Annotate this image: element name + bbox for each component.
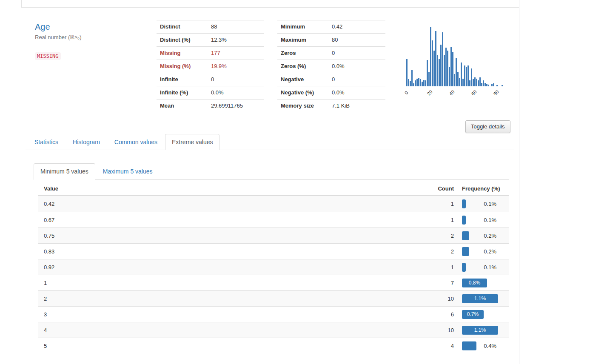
stat-label: Distinct: [160, 23, 211, 31]
stat-label: Distinct (%): [160, 36, 211, 44]
histogram-bar: [430, 27, 431, 86]
tab-common-values[interactable]: Common values: [108, 134, 164, 150]
histogram-bar: [488, 85, 489, 86]
frequency-bar: [462, 199, 466, 208]
cell-value: 0.75: [44, 233, 428, 239]
cell-frequency: 0.2%: [462, 247, 504, 256]
table-row: 170.8%: [38, 275, 509, 290]
histogram-bar: [467, 65, 469, 86]
cell-value: 0.83: [44, 248, 428, 255]
cell-count: 4: [428, 343, 454, 349]
stat-label: Memory size: [281, 102, 332, 110]
cell-value: 0.67: [44, 217, 428, 223]
stat-label: Minimum: [281, 23, 332, 31]
histogram-bar: [457, 72, 459, 86]
stats-row: Infinite (%)0.0%: [157, 86, 264, 99]
histogram-bar: [435, 31, 436, 86]
histogram-bar: [413, 83, 414, 86]
histogram-bar: [483, 80, 484, 86]
frequency-label: 0.1%: [466, 264, 504, 270]
cell-count: 2: [428, 233, 454, 239]
histogram-bar: [410, 81, 411, 86]
stats-row: Memory size7.1 KiB: [277, 99, 385, 112]
table-row: 540.4%: [38, 338, 509, 353]
section-divider-tick: [21, 0, 22, 7]
tab-statistics[interactable]: Statistics: [28, 134, 65, 150]
x-tick-label: 60: [470, 89, 478, 96]
stat-value: 177: [211, 49, 261, 57]
header-count: Count: [428, 185, 454, 192]
histogram-bar: [415, 80, 416, 86]
frequency-label: 0.1%: [466, 201, 504, 207]
cell-frequency: 0.8%: [462, 279, 504, 287]
histogram-bar: [502, 85, 503, 86]
histogram-bar: [466, 67, 467, 86]
variable-name[interactable]: Age: [35, 22, 150, 31]
tab-histogram[interactable]: Histogram: [66, 134, 107, 150]
stat-label: Missing (%): [160, 63, 211, 70]
extreme-values-table-header: Value Count Frequency (%): [38, 182, 509, 196]
histogram-bar: [442, 32, 443, 86]
cell-value: 2: [44, 296, 428, 302]
frequency-bar: 0.7%: [462, 310, 484, 319]
table-row: 0.8320.2%: [38, 243, 509, 259]
cell-value: 0.92: [44, 264, 428, 270]
stats-row: Infinite0: [157, 73, 264, 86]
cell-frequency: 0.2%: [462, 231, 504, 240]
histogram-bar: [496, 85, 498, 86]
table-row: 0.9210.1%: [38, 259, 509, 275]
cell-count: 2: [428, 248, 454, 255]
histogram-bar: [432, 40, 433, 86]
cell-frequency: 1.1%: [462, 294, 504, 303]
frequency-bar: [462, 231, 469, 240]
cell-value: 1: [44, 280, 428, 286]
toggle-details-button[interactable]: Toggle details: [465, 120, 510, 133]
frequency-bar: 1.1%: [462, 326, 498, 335]
stats-row: Mean29.69911765: [157, 99, 264, 112]
histogram-bar: [471, 68, 472, 86]
stat-label: Negative: [281, 76, 332, 83]
mini-histogram-x-axis: 020406080: [406, 88, 506, 101]
histogram-bar: [469, 80, 470, 86]
cell-count: 7: [428, 280, 454, 286]
stat-value: 0.0%: [332, 63, 382, 70]
histogram-bar: [423, 80, 425, 86]
histogram-bar: [478, 80, 479, 86]
cell-count: 6: [428, 311, 454, 318]
tab-extreme-values[interactable]: Extreme values: [165, 134, 219, 150]
table-row: 4101.1%: [38, 322, 509, 338]
histogram-bar: [420, 79, 421, 86]
histogram-bar: [474, 77, 476, 86]
histogram-bar: [486, 84, 487, 86]
frequency-bar: [462, 247, 469, 256]
histogram-bar: [411, 70, 413, 86]
cell-value: 4: [44, 327, 428, 333]
cell-value: 0.42: [44, 201, 428, 207]
table-row: 2101.1%: [38, 290, 509, 306]
histogram-bar: [464, 65, 465, 86]
page-right-border: [519, 0, 519, 364]
subtab-minimum-5-values[interactable]: Minimum 5 values: [34, 163, 95, 180]
missing-badge: MISSING: [35, 52, 61, 60]
table-row: 360.7%: [38, 306, 509, 322]
frequency-bar: [462, 341, 476, 350]
histogram-bar: [493, 83, 494, 86]
frequency-bar: 0.8%: [462, 279, 487, 287]
stats-row: Zeros (%)0.0%: [277, 60, 385, 73]
extreme-values-table: Value Count Frequency (%) 0.4210.1%0.671…: [38, 182, 509, 353]
stat-label: Negative (%): [281, 89, 332, 97]
histogram-bar: [491, 84, 493, 86]
subtab-maximum-5-values[interactable]: Maximum 5 values: [96, 163, 160, 179]
histogram-bar: [450, 47, 452, 86]
histogram-bar: [422, 82, 423, 86]
header-frequency: Frequency (%): [462, 185, 504, 192]
stat-label: Zeros (%): [281, 63, 332, 70]
stats-row: Distinct (%)12.3%: [157, 33, 264, 46]
table-row: 0.4210.1%: [38, 196, 509, 212]
cell-count: 1: [428, 217, 454, 223]
stats-row: Missing177: [157, 46, 264, 60]
stat-value: 7.1 KiB: [332, 102, 382, 110]
detail-tabs: StatisticsHistogramCommon valuesExtreme …: [26, 134, 514, 150]
histogram-bar: [454, 74, 455, 86]
histogram-bar: [456, 58, 457, 86]
